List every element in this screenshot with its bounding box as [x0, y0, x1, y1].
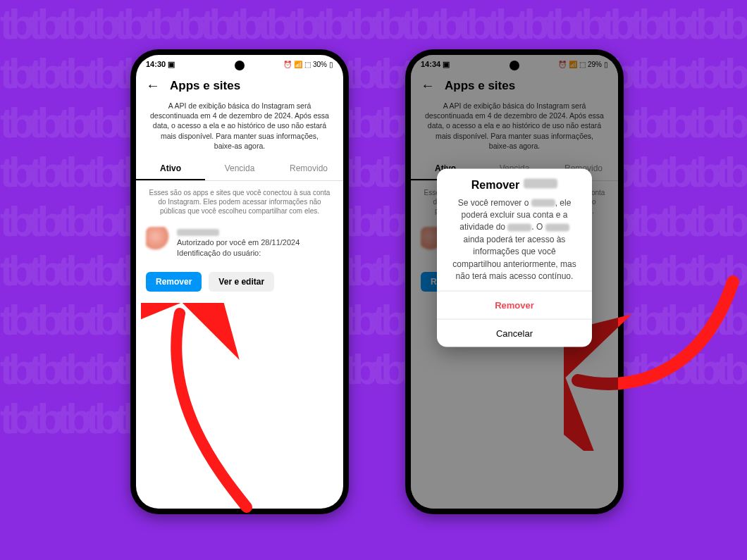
app-meta: Autorizado por você em 28/11/2024 Identi…	[177, 227, 300, 259]
battery-text: 30%	[313, 61, 327, 68]
action-buttons: Remover Ver e editar	[136, 261, 343, 292]
app-id-line: Identificação do usuário:	[177, 249, 261, 257]
page-title: Apps e sites	[170, 79, 240, 93]
screen-left: 14:30 ▣ ⏰ 📶 ⬚ 30% ▯ ← Apps e sites A API…	[136, 55, 343, 509]
tab-expired[interactable]: Vencida	[205, 158, 274, 180]
dialog-remove-button[interactable]: Remover	[437, 291, 592, 319]
remove-button[interactable]: Remover	[146, 272, 202, 292]
camera-notch	[510, 61, 519, 70]
signal-icon: ⬚	[304, 61, 311, 68]
phone-mockup-left: 14:30 ▣ ⏰ 📶 ⬚ 30% ▯ ← Apps e sites A API…	[130, 49, 349, 514]
tab-removed[interactable]: Removido	[274, 158, 343, 180]
dialog-body: Se você remover o , ele poderá excluir s…	[437, 194, 592, 291]
deprecation-notice: A API de exibição básica do Instagram se…	[136, 101, 343, 158]
back-arrow-icon[interactable]: ←	[146, 77, 160, 94]
app-name-redacted	[507, 223, 531, 231]
screen-right: 14:34 ▣ ⏰ 📶 ⬚ 29% ▯ ← Apps e sites A API…	[411, 55, 618, 509]
app-name-redacted	[524, 178, 557, 188]
clock: 14:30 ▣	[146, 60, 175, 69]
tabs: Ativo Vencida Removido	[136, 158, 343, 181]
camera-notch	[235, 61, 245, 70]
view-edit-button[interactable]: Ver e editar	[209, 272, 274, 292]
alarm-icon: ⏰	[283, 61, 292, 68]
dialog-cancel-button[interactable]: Cancelar	[437, 319, 592, 347]
tab-active[interactable]: Ativo	[136, 158, 205, 180]
connected-app-row[interactable]: Autorizado por você em 28/11/2024 Identi…	[136, 223, 343, 261]
wifi-icon: 📶	[294, 61, 302, 68]
app-icon	[146, 227, 170, 251]
dialog-title: Remover	[437, 168, 592, 194]
page-header: ← Apps e sites	[136, 73, 343, 101]
app-name-redacted	[177, 229, 219, 236]
battery-icon: ▯	[329, 61, 333, 68]
remove-confirm-dialog: Remover Se você remover o , ele poderá e…	[437, 168, 592, 347]
app-name-redacted	[531, 199, 555, 207]
status-icons: ⏰ 📶 ⬚ 30% ▯	[283, 61, 333, 68]
app-name-redacted	[545, 223, 569, 231]
phone-mockup-right: 14:34 ▣ ⏰ 📶 ⬚ 29% ▯ ← Apps e sites A API…	[405, 49, 624, 514]
tab-description: Esses são os apps e sites que você conec…	[136, 181, 343, 223]
app-auth-line: Autorizado por você em 28/11/2024	[177, 238, 300, 247]
